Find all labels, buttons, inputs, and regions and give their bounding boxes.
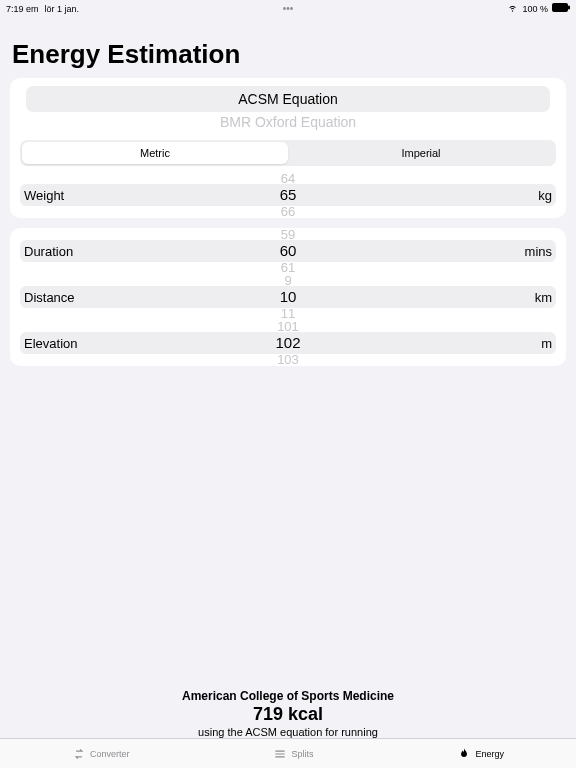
unit-imperial[interactable]: Imperial — [288, 142, 554, 164]
distance-value: 10 — [10, 287, 566, 307]
duration-prev: 59 — [10, 228, 566, 241]
elevation-prev: 101 — [10, 320, 566, 333]
elevation-value: 102 — [10, 333, 566, 353]
duration-unit: mins — [525, 244, 552, 259]
distance-unit: km — [535, 290, 552, 305]
page-title: Energy Estimation — [0, 17, 576, 78]
elevation-unit: m — [541, 336, 552, 351]
battery-text: 100 % — [522, 4, 548, 14]
distance-prev: 9 — [10, 274, 566, 287]
energy-icon — [457, 747, 471, 761]
svg-rect-1 — [568, 6, 570, 10]
result-kcal: 719 kcal — [0, 704, 576, 725]
weight-next: 66 — [10, 205, 566, 218]
weight-value: 65 — [10, 185, 566, 205]
duration-value: 60 — [10, 241, 566, 261]
distance-picker[interactable]: Distance 9 10 11 km — [10, 274, 566, 320]
weight-picker[interactable]: Weight 64 65 66 kg — [10, 172, 566, 218]
elevation-next: 103 — [10, 353, 566, 366]
svg-rect-0 — [552, 3, 568, 12]
tab-converter-label: Converter — [90, 749, 130, 759]
battery-icon — [552, 3, 570, 14]
tab-bar: Converter Splits Energy — [0, 738, 576, 768]
tab-splits-label: Splits — [291, 749, 313, 759]
splits-icon — [273, 747, 287, 761]
tab-converter[interactable]: Converter — [72, 747, 130, 761]
multitask-dots-icon[interactable]: ••• — [283, 3, 294, 14]
unit-segmented-control[interactable]: Metric Imperial — [20, 140, 556, 166]
unit-metric[interactable]: Metric — [22, 142, 288, 164]
result-summary: American College of Sports Medicine 719 … — [0, 689, 576, 738]
duration-picker[interactable]: Duration 59 60 61 mins — [10, 228, 566, 274]
status-time: 7:19 em — [6, 4, 39, 14]
result-heading: American College of Sports Medicine — [0, 689, 576, 703]
result-sub: using the ACSM equation for running — [0, 726, 576, 738]
equation-other[interactable]: BMR Oxford Equation — [10, 112, 566, 134]
equation-selector[interactable]: ACSM Equation — [26, 86, 550, 112]
status-date: lör 1 jan. — [45, 4, 80, 14]
weight-unit: kg — [538, 188, 552, 203]
converter-icon — [72, 747, 86, 761]
activity-card: Duration 59 60 61 mins Distance 9 10 11 … — [10, 228, 566, 366]
status-bar: 7:19 em lör 1 jan. ••• 100 % — [0, 0, 576, 17]
tab-splits[interactable]: Splits — [273, 747, 313, 761]
elevation-picker[interactable]: Elevation 101 102 103 m — [10, 320, 566, 366]
tab-energy-label: Energy — [475, 749, 504, 759]
weight-prev: 64 — [10, 172, 566, 185]
wifi-icon — [507, 2, 518, 15]
settings-card: ACSM Equation BMR Oxford Equation Metric… — [10, 78, 566, 218]
tab-energy[interactable]: Energy — [457, 747, 504, 761]
